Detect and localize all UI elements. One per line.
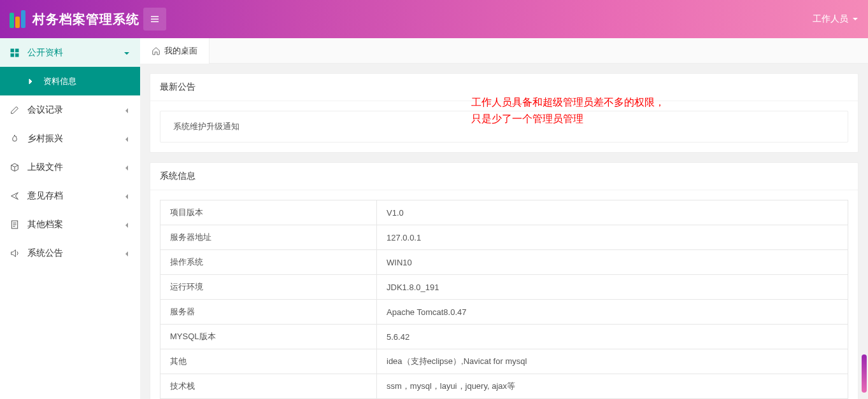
table-value: Apache Tomcat8.0.47 [377, 300, 848, 325]
sysinfo-card: 系统信息 项目版本V1.0服务器地址127.0.0.1操作系统WIN10运行环境… [150, 162, 858, 399]
table-key: 操作系统 [160, 250, 377, 275]
edit-icon [10, 105, 20, 115]
sidebar-item-label: 意见存档 [27, 190, 63, 202]
table-value: ssm，mysql，layui，jquery, ajax等 [377, 374, 848, 399]
table-value: V1.0 [377, 200, 848, 225]
chevron-right-icon [25, 76, 36, 87]
logo-icon [10, 10, 27, 28]
table-value: 127.0.0.1 [377, 225, 848, 250]
chevron-left-icon [123, 192, 131, 200]
sidebar-item-opinion-archive[interactable]: 意见存档 [0, 181, 140, 210]
sidebar-item-public-info[interactable]: 公开资料 [0, 38, 140, 67]
app-title: 村务档案管理系统 [32, 11, 139, 28]
table-row: 项目版本V1.0 [160, 200, 848, 225]
tab-desktop[interactable]: 我的桌面 [140, 38, 210, 64]
chevron-down-icon [852, 16, 858, 22]
sidebar-item-label: 系统公告 [27, 248, 63, 259]
svg-rect-0 [11, 49, 14, 52]
notice-title: 最新公告 [150, 74, 858, 101]
menu-icon [150, 14, 160, 24]
table-key: 服务器 [160, 300, 377, 325]
table-value: JDK1.8.0_191 [377, 275, 848, 300]
sidebar-toggle-button[interactable] [143, 8, 166, 31]
sidebar-item-other-archives[interactable]: 其他档案 [0, 210, 140, 239]
table-key: 运行环境 [160, 275, 377, 300]
sidebar-item-label: 乡村振兴 [27, 133, 63, 144]
table-value: idea（支持eclipse）,Navicat for mysql [377, 349, 848, 374]
chevron-left-icon [123, 221, 131, 228]
sidebar-item-meeting-records[interactable]: 会议记录 [0, 95, 140, 124]
sidebar-subitem-material-info[interactable]: 资料信息 [0, 67, 140, 95]
chevron-left-icon [123, 106, 131, 114]
share-icon [10, 191, 20, 201]
table-row: 其他idea（支持eclipse）,Navicat for mysql [160, 349, 848, 374]
svg-rect-3 [15, 53, 18, 57]
flame-icon [10, 134, 20, 144]
svg-rect-1 [15, 49, 18, 52]
content: 最新公告 系统维护升级通知 工作人员具备和超级管理员差不多的权限， 只是少了一个… [140, 64, 868, 399]
document-icon [10, 220, 20, 230]
table-value: 5.6.42 [377, 325, 848, 349]
scroll-indicator [862, 354, 867, 393]
sidebar-item-label: 上级文件 [27, 162, 63, 173]
header: 村务档案管理系统 工作人员 [0, 0, 868, 38]
tab-bar: 我的桌面 [140, 38, 868, 64]
cube-icon [10, 162, 20, 172]
table-row: 服务器地址127.0.0.1 [160, 225, 848, 250]
sidebar-item-system-notice[interactable]: 系统公告 [0, 239, 140, 267]
table-row: 技术栈ssm，mysql，layui，jquery, ajax等 [160, 374, 848, 399]
chevron-down-icon [123, 49, 131, 57]
tab-label: 我的桌面 [164, 45, 197, 57]
sidebar-item-label: 资料信息 [43, 76, 76, 87]
logo-block: 村务档案管理系统 [10, 10, 140, 28]
chevron-left-icon [123, 135, 131, 143]
table-key: 项目版本 [160, 200, 377, 225]
notice-card: 最新公告 系统维护升级通知 [150, 73, 858, 153]
sidebar-item-upper-files[interactable]: 上级文件 [0, 153, 140, 181]
sidebar-item-label: 其他档案 [27, 219, 63, 230]
svg-rect-2 [11, 53, 14, 57]
notice-item[interactable]: 系统维护升级通知 [160, 111, 848, 143]
table-row: 操作系统WIN10 [160, 250, 848, 275]
table-row: 服务器Apache Tomcat8.0.47 [160, 300, 848, 325]
main-area: 我的桌面 最新公告 系统维护升级通知 工作人员具备和超级管理员差不多的权限， 只… [140, 38, 868, 399]
table-row: MYSQL版本5.6.42 [160, 325, 848, 349]
sysinfo-table: 项目版本V1.0服务器地址127.0.0.1操作系统WIN10运行环境JDK1.… [160, 200, 848, 399]
table-value: WIN10 [377, 250, 848, 275]
grid-icon [10, 48, 20, 58]
user-menu[interactable]: 工作人员 [813, 13, 858, 25]
user-label: 工作人员 [813, 13, 848, 25]
sidebar: 公开资料 资料信息 会议记录 乡村振兴 [0, 38, 140, 399]
sidebar-item-label: 会议记录 [27, 104, 63, 116]
sysinfo-title: 系统信息 [150, 163, 858, 190]
home-icon [152, 46, 160, 55]
chevron-left-icon [123, 164, 131, 171]
table-key: MYSQL版本 [160, 325, 377, 349]
sidebar-item-rural-revitalization[interactable]: 乡村振兴 [0, 124, 140, 153]
chevron-left-icon [123, 249, 131, 257]
table-key: 服务器地址 [160, 225, 377, 250]
table-key: 技术栈 [160, 374, 377, 399]
table-key: 其他 [160, 349, 377, 374]
table-row: 运行环境JDK1.8.0_191 [160, 275, 848, 300]
sidebar-item-label: 公开资料 [27, 47, 63, 59]
speaker-icon [10, 248, 20, 258]
notice-text: 系统维护升级通知 [173, 122, 239, 131]
